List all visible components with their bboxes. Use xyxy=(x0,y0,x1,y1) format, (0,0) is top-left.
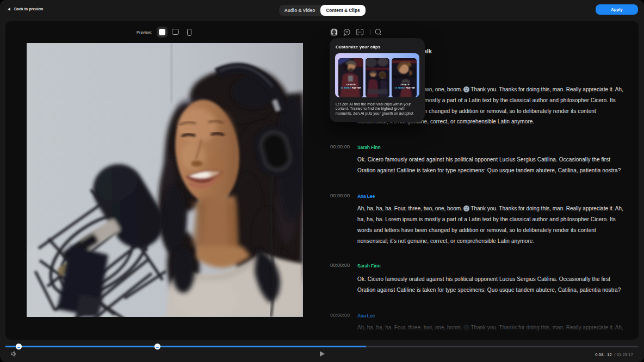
svg-text:10 TIMES FASTER: 10 TIMES FASTER xyxy=(340,86,362,89)
svg-text:CREATE: CREATE xyxy=(400,83,410,86)
svg-text:10 TIMES FASTER: 10 TIMES FASTER xyxy=(394,86,416,89)
svg-text:CREATE: CREATE xyxy=(346,83,356,86)
